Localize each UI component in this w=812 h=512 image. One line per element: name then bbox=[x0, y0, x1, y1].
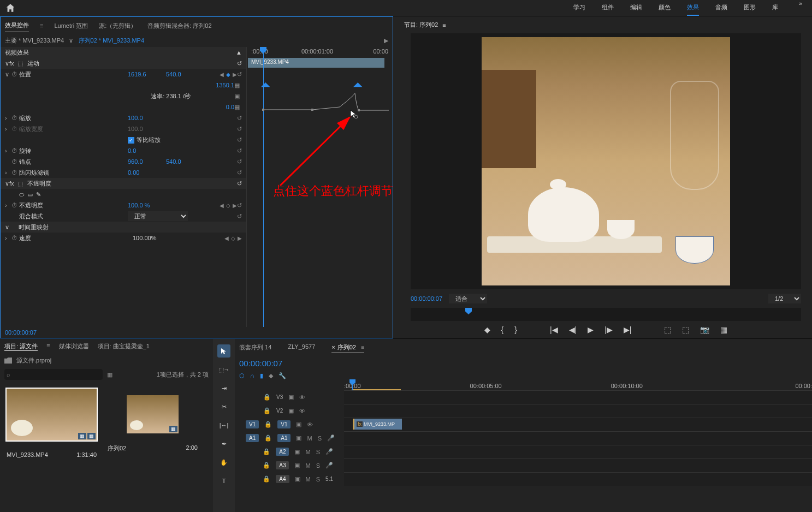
export-frame-icon[interactable]: 📷 bbox=[700, 325, 709, 334]
ws-tab-audio[interactable]: 音频 bbox=[715, 0, 727, 16]
expand-icon[interactable]: › bbox=[5, 235, 11, 241]
track-target-a1[interactable]: A1 bbox=[277, 434, 291, 442]
source-patch-a1[interactable]: A1 bbox=[246, 434, 259, 442]
add-keyframe-icon[interactable]: ◆ bbox=[226, 72, 230, 78]
linked-selection-icon[interactable]: ∩ bbox=[250, 372, 254, 379]
reset-icon[interactable]: ↺ bbox=[237, 71, 242, 78]
panel-menu-icon[interactable]: ≡ bbox=[40, 22, 43, 29]
eye-icon[interactable]: 👁 bbox=[299, 394, 305, 401]
solo-icon[interactable]: S bbox=[316, 449, 320, 455]
toggle-output-icon[interactable]: ▣ bbox=[288, 394, 294, 401]
timeline-ruler[interactable]: :00:00 00:00:05:00 00:00:10:00 00:00: bbox=[344, 382, 812, 390]
track-target-a3[interactable]: A3 bbox=[276, 461, 289, 469]
goto-out-icon[interactable]: ▶| bbox=[624, 325, 632, 334]
uniform-scale-checkbox[interactable]: ✓ bbox=[128, 137, 134, 144]
keyframe-handle[interactable]: ◢◣ bbox=[261, 81, 270, 88]
stopwatch-icon[interactable]: ⏱ bbox=[11, 158, 19, 165]
add-keyframe-icon[interactable]: ◇ bbox=[231, 235, 235, 241]
ws-tab-effects[interactable]: 效果 bbox=[687, 0, 699, 16]
lock-icon[interactable]: 🔒 bbox=[264, 434, 272, 442]
anchor-y-value[interactable]: 540.0 bbox=[166, 158, 204, 165]
scale-value[interactable]: 100.0 bbox=[128, 115, 166, 121]
graph-icon[interactable]: ▦ bbox=[234, 104, 242, 111]
voiceover-icon[interactable]: 🎤 bbox=[327, 434, 335, 442]
mute-icon[interactable]: M bbox=[306, 476, 311, 483]
tab-project[interactable]: 项目: 源文件 bbox=[4, 342, 38, 351]
ws-more-icon[interactable]: » bbox=[795, 0, 807, 16]
prev-keyframe-icon[interactable]: ◀ bbox=[224, 235, 229, 241]
ws-tab-graphics[interactable]: 图形 bbox=[744, 0, 756, 16]
track-a2[interactable]: 🔒 A2 ▣ M S 🎤 bbox=[235, 445, 812, 459]
timeline-tab[interactable]: ZLY_9577 bbox=[288, 342, 315, 353]
search-input[interactable] bbox=[4, 369, 103, 380]
thumbnail[interactable]: ▦ bbox=[127, 395, 179, 433]
blend-mode-select[interactable]: 正常 bbox=[128, 211, 188, 221]
play-icon[interactable]: ▶ bbox=[384, 37, 388, 44]
section-timeremap[interactable]: ∨fx 时间重映射 bbox=[1, 222, 246, 233]
ellipse-mask-icon[interactable]: ⬭ bbox=[19, 191, 24, 198]
expand-icon[interactable]: › bbox=[5, 169, 11, 176]
out-point-icon[interactable]: } bbox=[514, 325, 517, 334]
reset-icon[interactable]: ↺ bbox=[237, 126, 242, 133]
section-motion[interactable]: ∨ fx ⬚ 运动 ↺ bbox=[1, 58, 246, 69]
marker-icon[interactable]: ▮ bbox=[260, 372, 263, 379]
tab-lumetri[interactable]: Lumetri 范围 bbox=[54, 20, 88, 32]
tab-project-other[interactable]: 项目: 曲宝提梁壶_1 bbox=[98, 342, 150, 351]
track-a1[interactable]: A1 🔒 A1 ▣ M S 🎤 bbox=[235, 431, 812, 445]
voiceover-icon[interactable]: 🎤 bbox=[325, 462, 333, 469]
stopwatch-icon[interactable]: ⏱ bbox=[11, 115, 19, 121]
goto-in-icon[interactable]: |◀ bbox=[550, 325, 558, 334]
lock-icon[interactable]: 🔒 bbox=[263, 448, 270, 455]
expand-icon[interactable]: › bbox=[5, 147, 11, 154]
reset-icon[interactable]: ↺ bbox=[237, 180, 242, 187]
fx-icon[interactable]: fx ⬚ bbox=[9, 180, 23, 187]
track-v1[interactable]: V1 🔒 V1 ▣ 👁 fx MVI_9233.MP bbox=[235, 418, 812, 431]
reset-icon[interactable]: ↺ bbox=[237, 147, 242, 154]
toggle-output-icon[interactable]: ▣ bbox=[296, 421, 301, 428]
track-target-a4[interactable]: A4 bbox=[276, 475, 289, 483]
timeline-tab[interactable]: ×序列02 ≡ bbox=[331, 342, 364, 353]
reset-icon[interactable]: ↺ bbox=[237, 158, 242, 165]
toggle-output-icon[interactable]: ▣ bbox=[288, 407, 294, 414]
track-v2[interactable]: 🔒 V2 ▣ 👁 bbox=[235, 404, 812, 418]
home-icon[interactable] bbox=[5, 3, 15, 13]
play-icon[interactable]: ▶ bbox=[588, 325, 594, 334]
next-keyframe-icon[interactable]: ▶ bbox=[233, 72, 237, 78]
stopwatch-icon[interactable]: ⏱ bbox=[11, 235, 19, 241]
expand-icon[interactable]: › bbox=[5, 202, 11, 209]
opacity-value[interactable]: 100.0 % bbox=[128, 202, 166, 209]
reset-icon[interactable]: ↺ bbox=[237, 213, 242, 220]
mute-icon[interactable]: M bbox=[305, 462, 310, 469]
step-fwd-icon[interactable]: |▶ bbox=[604, 325, 613, 334]
stopwatch-icon[interactable]: ⏱ bbox=[11, 202, 19, 209]
next-keyframe-icon[interactable]: ▶ bbox=[238, 235, 242, 241]
mute-icon[interactable]: M bbox=[305, 449, 310, 455]
antiflicker-value[interactable]: 0.00 bbox=[128, 169, 166, 176]
program-preview[interactable] bbox=[482, 37, 730, 285]
folder-icon[interactable] bbox=[4, 358, 12, 364]
ws-tab-edit[interactable]: 编辑 bbox=[630, 0, 642, 16]
snap-icon[interactable]: ⬡ bbox=[239, 372, 245, 379]
lock-icon[interactable]: 🔒 bbox=[263, 475, 270, 483]
panel-menu-icon[interactable]: ≡ bbox=[46, 342, 50, 351]
panel-menu-icon[interactable]: ≡ bbox=[359, 344, 364, 350]
reset-icon[interactable]: ↺ bbox=[237, 115, 242, 122]
reset-icon[interactable]: ↺ bbox=[237, 60, 242, 67]
prev-keyframe-icon[interactable]: ◀ bbox=[220, 72, 224, 78]
ws-tab-learn[interactable]: 学习 bbox=[573, 0, 585, 16]
effect-timecode[interactable]: 00:00:00:07 bbox=[1, 327, 393, 338]
extract-icon[interactable]: ⬚ bbox=[682, 325, 689, 334]
in-point-icon[interactable]: { bbox=[501, 325, 504, 334]
wrench-icon[interactable]: 🔧 bbox=[278, 372, 286, 379]
timeline-tab[interactable]: 嵌套序列 14 bbox=[239, 342, 271, 353]
track-a4[interactable]: 🔒 A4 ▣ M S 5.1 bbox=[235, 472, 812, 486]
track-a3[interactable]: 🔒 A3 ▣ M S 🎤 bbox=[235, 459, 812, 472]
add-keyframe-icon[interactable]: ◇ bbox=[226, 203, 230, 209]
fit-select[interactable]: 适合 bbox=[449, 294, 487, 303]
lock-icon[interactable]: 🔒 bbox=[263, 462, 270, 469]
project-item[interactable]: ▦ 序列02 2:00 bbox=[108, 389, 198, 458]
panel-menu-icon[interactable]: ≡ bbox=[442, 22, 446, 28]
hand-tool-icon[interactable]: ✋ bbox=[217, 456, 230, 469]
solo-icon[interactable]: S bbox=[318, 435, 322, 442]
lift-icon[interactable]: ⬚ bbox=[664, 325, 671, 334]
